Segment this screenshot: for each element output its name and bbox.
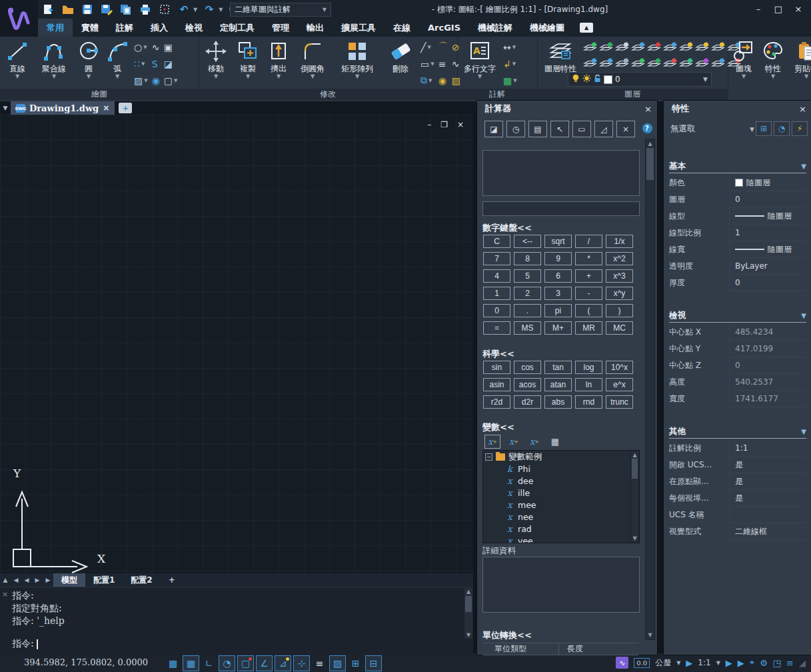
plot-preview-icon[interactable] <box>119 3 133 16</box>
move-button[interactable]: 移動▼ <box>200 37 232 89</box>
save-icon[interactable] <box>80 3 95 16</box>
units-section-label[interactable]: 單位轉換<< <box>482 629 532 641</box>
layer-state-icon[interactable] <box>630 58 646 69</box>
ribbon-panel-label[interactable]: 註解 <box>457 89 537 100</box>
property-value[interactable]: 485.4234 <box>729 324 806 341</box>
ribbon-tab-檢視[interactable]: 檢視 <box>177 19 211 37</box>
variables-tree[interactable]: −變數範例kPhixdeexillexmeexneexradxvee▲▼ <box>482 450 640 543</box>
dynamic-input-icon[interactable]: 0.0 <box>634 658 650 668</box>
sci-key-abs[interactable]: abs <box>544 395 572 409</box>
layer-state-icon[interactable] <box>678 42 694 53</box>
quick-select-icon[interactable]: ⚡ <box>792 121 808 136</box>
small-tool-button[interactable]: ▢▼ <box>162 75 180 86</box>
numpad-key-pi[interactable]: pi <box>544 304 572 317</box>
status-menu-icon[interactable]: ≡ <box>786 658 794 668</box>
clear-icon[interactable]: × <box>616 121 635 137</box>
calculator-scrollbar[interactable]: ▲ ▼ <box>645 139 655 640</box>
undo-icon[interactable]: ↶ <box>177 3 191 16</box>
close-button[interactable]: × <box>788 1 808 16</box>
small-tool-button[interactable]: ◉ <box>150 75 162 86</box>
calculator-variable-icon[interactable]: ▦ <box>548 435 562 448</box>
minimize-button[interactable]: – <box>748 1 768 16</box>
sci-key-acos[interactable]: acos <box>514 378 541 391</box>
small-tool-button[interactable]: ╱▼ <box>418 42 436 53</box>
line-button[interactable]: 直線▼ <box>1 37 33 89</box>
command-line-window[interactable]: × 指令:指定對角點:指令: '_help 指令: ▲ ▼ <box>0 587 473 654</box>
numpad-key-7[interactable]: 7 <box>483 252 510 265</box>
numpad-key-8[interactable]: 8 <box>514 252 541 265</box>
first-layout-icon[interactable]: ◀ <box>11 577 21 583</box>
lineweight-display-icon[interactable]: ≡ <box>312 656 327 671</box>
numpad-key-+[interactable]: + <box>575 269 602 283</box>
layer-state-icon[interactable] <box>710 58 726 69</box>
measure-angle-icon[interactable]: ◿ <box>594 121 613 137</box>
layer-state-icon[interactable] <box>694 42 710 53</box>
numpad-key-5[interactable]: 5 <box>514 269 541 283</box>
small-tool-button[interactable]: ∿ <box>150 42 162 53</box>
erase-button[interactable]: 刪除 <box>383 37 418 89</box>
drawing-minimize-button[interactable]: – <box>427 120 431 129</box>
sci-key-rnd[interactable]: rnd <box>575 395 602 409</box>
toggle-pickadd-icon[interactable]: ⊞ <box>756 121 772 136</box>
quick-select-cursor-icon[interactable]: ⌖ <box>750 657 754 668</box>
section-header[interactable]: 其他▼ <box>669 425 806 439</box>
eraser-icon[interactable]: ◪ <box>484 121 503 137</box>
variable-item[interactable]: xille <box>483 487 639 499</box>
small-tool-button[interactable]: ≡ <box>436 59 450 69</box>
history-clock-icon[interactable]: ◷ <box>506 121 525 137</box>
ribbon-panel-label[interactable]: 繪圖 <box>0 89 199 100</box>
ribbon-tab-插入[interactable]: 插入 <box>142 19 177 37</box>
numpad-key-MS[interactable]: MS <box>514 321 541 335</box>
polar-tracking-icon[interactable]: ◔ <box>219 655 235 671</box>
clean-screen-icon[interactable] <box>157 3 172 16</box>
object-snap-tracking-icon[interactable]: ⊿ <box>275 655 291 671</box>
ribbon-tab-輸出[interactable]: 輸出 <box>298 19 333 37</box>
redo-caret-icon[interactable]: ▼ <box>219 7 223 13</box>
document-tab[interactable]: DWG Drawing1.dwg × <box>11 101 115 115</box>
property-value[interactable]: 0 <box>729 275 806 291</box>
edit-variable-icon[interactable]: x+ <box>506 435 521 448</box>
small-tool-button[interactable]: ▨▼ <box>132 75 150 86</box>
layer-state-icon[interactable] <box>598 58 614 69</box>
small-tool-button[interactable]: ⧉▼ <box>418 75 436 86</box>
ortho-mode-icon[interactable]: ∟ <box>201 656 217 671</box>
measure-distance-icon[interactable]: ▭ <box>572 121 591 137</box>
arc-button[interactable]: 弧▼ <box>103 37 132 89</box>
numpad-key-C[interactable]: C <box>483 235 510 248</box>
ribbon-tab-機械註解[interactable]: 機械註解 <box>469 19 521 37</box>
ribbon-tab-ArcGIS[interactable]: ArcGIS <box>419 19 469 37</box>
variables-section-label[interactable]: 變數<< <box>482 421 514 433</box>
layer-state-icon[interactable] <box>678 58 694 69</box>
numpad-key-*[interactable]: * <box>575 252 602 265</box>
numpad-section-label[interactable]: 數字鍵盤<< <box>482 222 532 234</box>
model-up-icon[interactable]: ▲ <box>0 577 11 583</box>
last-layout-icon[interactable]: ▶ <box>43 577 53 583</box>
layer-state-icon[interactable] <box>646 42 662 53</box>
sci-key-ln[interactable]: ln <box>575 378 602 391</box>
section-header[interactable]: 檢視▼ <box>669 309 806 323</box>
numpad-key-x^2[interactable]: x^2 <box>606 252 633 265</box>
property-value[interactable]: 是 <box>729 457 806 473</box>
annotation-scale-caret-icon[interactable]: ▼ <box>716 660 720 666</box>
numpad-key--[interactable]: - <box>575 287 602 300</box>
paste-to-command-icon[interactable]: ▤ <box>528 121 547 137</box>
variable-item[interactable]: xmee <box>483 499 639 511</box>
redo-icon[interactable]: ↷ <box>202 3 217 16</box>
block-button[interactable]: 圖塊▼ <box>729 37 758 89</box>
ribbon-tab-在線[interactable]: 在線 <box>385 19 419 37</box>
property-value[interactable]: 540.2537 <box>729 374 806 391</box>
layer-state-icon[interactable] <box>598 42 614 53</box>
unit-caret-icon[interactable]: ▼ <box>676 660 680 666</box>
tree-collapse-icon[interactable]: − <box>485 453 492 461</box>
ribbon-tab-定制工具[interactable]: 定制工具 <box>211 19 263 37</box>
numpad-key-sqrt[interactable]: sqrt <box>544 235 572 248</box>
property-value[interactable] <box>729 507 806 523</box>
layer-state-icon[interactable] <box>630 42 646 53</box>
annotation-scale-label[interactable]: 1:1 <box>698 658 710 667</box>
small-tool-button[interactable]: ▭▼ <box>418 59 436 69</box>
property-value[interactable]: 1 <box>729 225 806 241</box>
numpad-key-.[interactable]: . <box>514 304 541 317</box>
undo-caret-icon[interactable]: ▼ <box>193 7 197 13</box>
numpad-key-MR[interactable]: MR <box>575 321 602 335</box>
ribbon-panel-label[interactable]: 修改 <box>199 89 457 100</box>
